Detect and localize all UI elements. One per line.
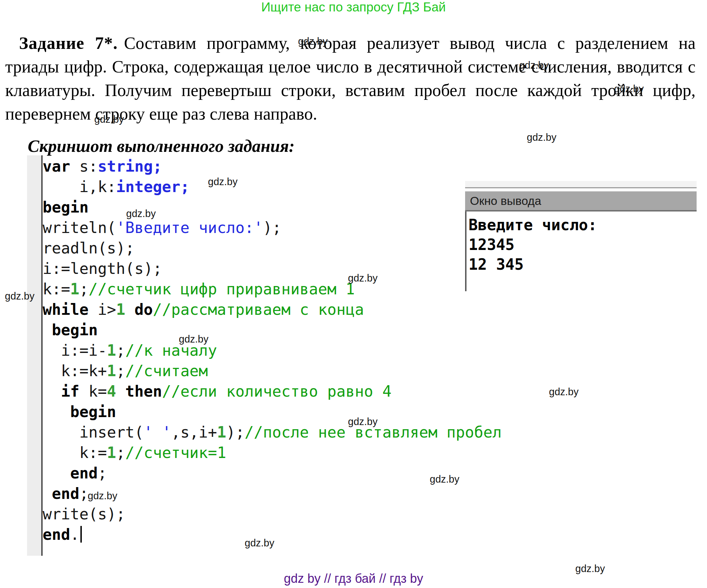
code-token-ty: integer; xyxy=(116,178,190,196)
code-token-pl: writeln( xyxy=(43,219,116,236)
code-token-co: //считаем xyxy=(125,362,208,380)
watermark: gdz.by xyxy=(348,273,377,284)
code-line: i:=i-1;//к началу xyxy=(43,340,502,361)
code-token-nu: 1 xyxy=(116,301,125,318)
watermark: gdz.by xyxy=(298,36,328,47)
code-token-pl xyxy=(125,301,134,318)
code-token-pl: i:=length(s); xyxy=(43,260,162,277)
output-window-content: Введите число:1234512 345 xyxy=(465,211,697,291)
watermark: gdz.by xyxy=(179,334,208,345)
code-line: writeln('Введите число:'); xyxy=(43,217,502,238)
output-line: 12345 xyxy=(469,235,697,254)
code-token-nu: 1 xyxy=(217,423,226,441)
code-token-pl: k:= xyxy=(43,280,70,298)
code-line: begin xyxy=(43,197,502,217)
code-token-pl: . xyxy=(70,526,79,543)
code-token-kw: begin xyxy=(52,321,98,339)
output-line: Введите число: xyxy=(469,215,697,235)
code-token-pl: i,k: xyxy=(43,178,116,196)
code-token-pl xyxy=(43,485,52,502)
code-token-pl: k:= xyxy=(43,444,107,461)
code-token-pl: write(s); xyxy=(43,505,125,523)
code-token-co: //счетчик цифр приравниваем 1 xyxy=(88,280,355,298)
code-token-co: //если количество равно 4 xyxy=(162,382,391,400)
watermark: gdz.by xyxy=(88,490,117,502)
code-line: write(s); xyxy=(43,504,502,524)
code-line: i:=length(s); xyxy=(43,258,502,279)
watermark: gdz.by xyxy=(126,208,156,219)
promo-header: Ищите нас по запросу ГДЗ Бай xyxy=(0,0,707,15)
watermark: gdz.by xyxy=(5,291,34,302)
text-cursor xyxy=(80,526,82,543)
code-token-pl: ; xyxy=(98,464,107,482)
code-token-nu: 1 xyxy=(107,341,116,359)
code-token-st: 'Введите число:' xyxy=(116,219,263,236)
code-token-nu: 1 xyxy=(70,280,79,298)
code-token-pl xyxy=(116,382,125,400)
code-token-kw: then xyxy=(125,382,162,400)
watermark: gdz.by xyxy=(614,83,644,95)
code-line: k:=1;//счетчик=1 xyxy=(43,442,502,463)
code-token-pl: k:=k+ xyxy=(43,362,107,380)
code-token-pl xyxy=(43,382,61,400)
code-token-pl: ; xyxy=(79,280,89,298)
code-token-nu: 1 xyxy=(107,444,116,461)
output-line: 12 345 xyxy=(469,254,697,274)
code-line: i,k:integer; xyxy=(43,176,502,197)
code-token-kw: do xyxy=(134,301,153,318)
code-line: while i>1 do//рассматриваем с конца xyxy=(43,299,502,320)
code-token-pl: readln(s); xyxy=(43,239,134,257)
watermark: gdz.by xyxy=(245,537,274,549)
code-token-pl: insert( xyxy=(43,423,143,441)
code-token-ty: string; xyxy=(98,157,162,175)
code-token-kw: begin xyxy=(43,198,88,216)
code-editor: var s:string; i,k:integer;beginwriteln('… xyxy=(43,156,502,545)
code-token-pl: ); xyxy=(263,219,281,236)
task-number-label: Задание 7*. xyxy=(19,33,124,53)
code-line: insert(' ',s,i+1);//после нее вставляем … xyxy=(43,422,502,442)
code-token-kw: end xyxy=(70,464,97,482)
code-token-pl: ); xyxy=(226,423,245,441)
code-token-pl: k= xyxy=(79,382,107,400)
code-token-pl xyxy=(43,464,70,482)
output-window-title: Окно вывода xyxy=(470,194,541,208)
code-token-pl: s: xyxy=(70,157,97,175)
watermark: gdz.by xyxy=(549,386,578,398)
watermark: gdz.by xyxy=(94,114,124,125)
code-token-pl: i:=i- xyxy=(43,341,107,359)
code-token-pl: ; xyxy=(116,444,125,461)
output-window: Окно вывода Введите число:1234512 345 xyxy=(465,181,697,291)
code-token-nu: 1 xyxy=(107,362,116,380)
code-token-pl: ; xyxy=(116,341,125,359)
code-token-pl: ; xyxy=(116,362,125,380)
code-token-kw: var xyxy=(43,157,70,175)
code-token-st: ' ' xyxy=(143,423,171,441)
code-token-pl xyxy=(43,321,52,339)
output-window-gap xyxy=(465,188,697,191)
code-token-co: //счетчик=1 xyxy=(125,444,226,461)
output-window-toolbar xyxy=(465,181,697,188)
code-token-kw: while xyxy=(43,301,88,318)
code-token-kw: end xyxy=(43,526,70,543)
code-editor-gutter xyxy=(27,155,43,556)
code-line: var s:string; xyxy=(43,156,502,176)
code-token-kw: end xyxy=(52,485,79,502)
output-window-titlebar: Окно вывода xyxy=(465,191,697,211)
page: Ищите нас по запросу ГДЗ Бай Задание 7*.… xyxy=(0,0,707,588)
code-token-pl: ,s,i+ xyxy=(171,423,217,441)
watermark: gdz.by xyxy=(348,416,377,427)
watermark: gdz.by xyxy=(527,132,556,143)
footer-watermark: gdz by // гдз бай // гдз by xyxy=(0,571,707,586)
watermark: gdz.by xyxy=(430,474,459,485)
code-token-pl: ; xyxy=(79,485,89,502)
code-token-co: //рассматриваем с конца xyxy=(153,301,364,318)
code-line: k:=1;//счетчик цифр приравниваем 1 xyxy=(43,279,502,299)
code-line: begin xyxy=(43,320,502,340)
code-token-kw: if xyxy=(61,382,79,400)
code-token-pl xyxy=(43,403,70,421)
watermark: gdz.by xyxy=(208,176,237,188)
code-line: k:=k+1;//считаем xyxy=(43,361,502,381)
code-token-pl: i> xyxy=(88,301,116,318)
code-line: begin xyxy=(43,401,502,422)
code-token-nu: 4 xyxy=(107,382,116,400)
